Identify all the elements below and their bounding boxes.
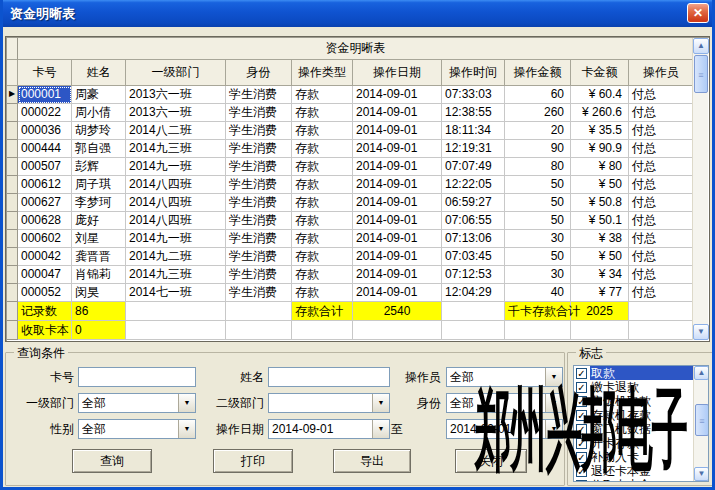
grid-cell[interactable]: 付总 [629,230,694,248]
grid-cell[interactable]: 周小倩 [72,104,126,122]
grid-cell[interactable]: 2014-09-01 [353,140,442,158]
row-selector[interactable] [7,248,18,266]
checkbox-icon[interactable]: ✓ [576,368,587,379]
row-selector[interactable] [7,212,18,230]
grid-cell[interactable]: 2014-09-01 [353,104,442,122]
checkbox-icon[interactable]: ✓ [576,480,587,483]
grid-cell[interactable]: 000047 [18,266,72,284]
grid-cell[interactable]: 2014九三班 [126,266,226,284]
chevron-down-icon[interactable]: ▼ [372,394,389,412]
grid-cell[interactable]: 50 [505,248,571,266]
grid-cell[interactable]: 学生消费 [226,284,292,302]
grid-cell[interactable]: 000036 [18,122,72,140]
chevron-down-icon[interactable]: ▼ [178,394,195,412]
row-selector[interactable] [7,284,18,302]
op-date-combo[interactable]: 2014-09-01 ▼ [268,419,390,439]
grid-cell[interactable]: ¥ 35.5 [571,122,629,140]
grid-cell[interactable]: ¥ 50 [571,248,629,266]
grid-cell[interactable]: 学生消费 [226,194,292,212]
grid-cell[interactable]: 2014七一班 [126,284,226,302]
grid-cell[interactable]: 2014九二班 [126,248,226,266]
grid-cell[interactable]: 学生消费 [226,248,292,266]
grid-cell[interactable]: 周豪 [72,86,126,104]
grid-cell[interactable]: 30 [505,230,571,248]
grid-cell[interactable]: 2014九三班 [126,140,226,158]
grid-cell[interactable]: 80 [505,158,571,176]
grid-cell[interactable]: 付总 [629,248,694,266]
grid-cell[interactable]: 90 [505,140,571,158]
grid-cell[interactable]: 付总 [629,122,694,140]
scroll-down-icon[interactable]: ▼ [693,324,709,340]
grid-cell[interactable]: 000507 [18,158,72,176]
column-header[interactable]: 一级部门 [126,60,226,86]
query-button[interactable]: 查询 [72,449,152,473]
grid-cell[interactable]: 2014-09-01 [353,284,442,302]
grid-cell[interactable]: 存款 [292,140,353,158]
grid-cell[interactable]: 2014八四班 [126,212,226,230]
grid-cell[interactable]: 07:12:53 [442,266,505,284]
column-header[interactable]: 卡金额 [571,60,629,86]
grid-cell[interactable]: ¥ 77 [571,284,629,302]
grid-cell[interactable]: 存款 [292,86,353,104]
grid-cell[interactable]: 存款 [292,194,353,212]
grid-cell[interactable]: 学生消费 [226,86,292,104]
grid-cell[interactable]: 07:03:45 [442,248,505,266]
grid-cell[interactable]: 07:33:03 [442,86,505,104]
scrollbar-thumb[interactable] [695,404,709,436]
flags-scrollbar[interactable]: ▲ ▼ [693,366,708,481]
grid-cell[interactable]: 龚晋晋 [72,248,126,266]
chevron-down-icon[interactable]: ▼ [178,420,195,438]
grid-cell[interactable]: 付总 [629,212,694,230]
column-header[interactable]: 操作日期 [353,60,442,86]
dept2-combo[interactable]: ▼ [268,393,390,413]
grid-cell[interactable]: ¥ 50.1 [571,212,629,230]
dept1-combo[interactable]: 全部 ▼ [78,393,196,413]
grid-cell[interactable]: 2014九一班 [126,158,226,176]
grid-cell[interactable]: ¥ 90.9 [571,140,629,158]
grid-cell[interactable]: 存款 [292,122,353,140]
grid-cell[interactable]: 存款 [292,176,353,194]
grid-cell[interactable]: 存款 [292,266,353,284]
grid-cell[interactable]: 李梦珂 [72,194,126,212]
grid-cell[interactable]: 12:19:31 [442,140,505,158]
row-selector[interactable] [7,104,18,122]
grid-cell[interactable]: 50 [505,212,571,230]
row-selector[interactable] [7,122,18,140]
grid-vertical-scrollbar[interactable]: ▲ ▼ [692,38,708,340]
grid-cell[interactable]: ¥ 38 [571,230,629,248]
grid-cell[interactable]: 000001 [18,86,72,104]
grid-cell[interactable]: 000628 [18,212,72,230]
export-button[interactable]: 导出 [333,449,411,473]
row-selector[interactable] [7,194,18,212]
column-header[interactable]: 操作类型 [292,60,353,86]
grid-cell[interactable]: 付总 [629,140,694,158]
grid-cell[interactable]: 000042 [18,248,72,266]
scroll-up-icon[interactable]: ▲ [693,38,709,54]
grid-cell[interactable]: 07:06:55 [442,212,505,230]
grid-cell[interactable]: 07:07:49 [442,158,505,176]
column-header[interactable]: 操作员 [629,60,694,86]
grid-cell[interactable]: 2014-09-01 [353,212,442,230]
grid-cell[interactable]: 存款 [292,104,353,122]
grid-cell[interactable]: 2014-09-01 [353,158,442,176]
grid-cell[interactable]: 260 [505,104,571,122]
grid-cell[interactable]: 存款 [292,230,353,248]
gender-combo[interactable]: 全部 ▼ [78,419,196,439]
grid-cell[interactable]: 2014-09-01 [353,194,442,212]
grid-cell[interactable]: 2014-09-01 [353,266,442,284]
scroll-up-icon[interactable]: ▲ [694,366,709,380]
column-header[interactable]: 姓名 [72,60,126,86]
grid-cell[interactable]: 2014-09-01 [353,122,442,140]
grid-cell[interactable]: 2014八二班 [126,122,226,140]
grid-cell[interactable]: 郭自强 [72,140,126,158]
grid-cell[interactable]: 胡梦玲 [72,122,126,140]
grid-cell[interactable]: 肖锦莉 [72,266,126,284]
grid-cell[interactable]: 12:22:05 [442,176,505,194]
row-selector[interactable] [7,140,18,158]
grid-cell[interactable]: 周子琪 [72,176,126,194]
grid-cell[interactable]: 付总 [629,176,694,194]
grid-cell[interactable]: 存款 [292,248,353,266]
current-row-indicator[interactable]: ▶ [7,86,18,104]
grid-cell[interactable]: 学生消费 [226,122,292,140]
grid-cell[interactable]: 50 [505,194,571,212]
